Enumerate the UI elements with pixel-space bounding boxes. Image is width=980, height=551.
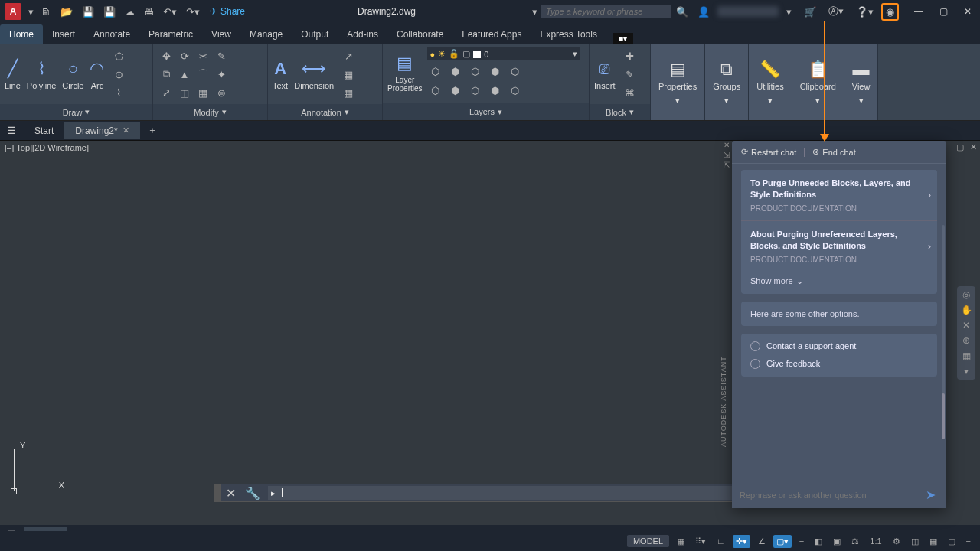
assistant-input[interactable] bbox=[740, 491, 923, 500]
tab-insert[interactable]: Insert bbox=[43, 24, 84, 44]
rotate-icon[interactable]: ⟳ bbox=[176, 47, 193, 64]
undo-icon[interactable]: ↶▾ bbox=[159, 4, 181, 20]
panel-block-title[interactable]: Block▾ bbox=[590, 104, 650, 120]
tool-arc[interactable]: ◠Arc bbox=[90, 59, 104, 90]
viewport-controls[interactable]: [–][Top][2D Wireframe] bbox=[5, 143, 89, 152]
command-line[interactable]: ✕ 🔧 ▸_ bbox=[214, 484, 766, 502]
offset-icon[interactable]: ⊜ bbox=[213, 84, 230, 101]
layer-tool-2-icon[interactable]: ⬢ bbox=[447, 82, 464, 99]
showmotion-icon[interactable]: ▦ bbox=[962, 350, 971, 361]
panel-view[interactable]: ▬View▾ bbox=[844, 44, 879, 120]
palette-close-icon[interactable]: ✕ bbox=[721, 141, 732, 149]
option-contact-support[interactable]: Contact a support agent bbox=[750, 341, 928, 351]
layer-state-5-icon[interactable]: ⬡ bbox=[507, 63, 524, 80]
annoscale-icon[interactable]: ⚖ bbox=[848, 535, 862, 548]
result-item[interactable]: To Purge Unneeded Blocks, Layers, and St… bbox=[741, 170, 937, 221]
gear-icon[interactable]: ⚙ bbox=[890, 535, 903, 548]
assistant-icon[interactable]: ◉ bbox=[881, 3, 899, 21]
tool-circle[interactable]: ○Circle bbox=[62, 59, 83, 90]
filetab-start[interactable]: Start bbox=[24, 122, 64, 139]
cmdline-close-icon[interactable]: ✕ bbox=[221, 486, 240, 500]
panel-utilities[interactable]: 📏Utilities▾ bbox=[749, 44, 792, 120]
polar-icon[interactable]: ✛▾ bbox=[733, 535, 750, 548]
redo-icon[interactable]: ↷▾ bbox=[182, 4, 204, 20]
layer-state-4-icon[interactable]: ⬢ bbox=[487, 63, 504, 80]
tool-layer-properties[interactable]: ▤LayerProperties bbox=[387, 54, 423, 93]
stretch-icon[interactable]: ⤢ bbox=[158, 84, 175, 101]
plot-icon[interactable]: 🖶 bbox=[140, 4, 158, 20]
table-icon[interactable]: ▦ bbox=[340, 66, 357, 83]
tab-annotate[interactable]: Annotate bbox=[84, 24, 139, 44]
account-dropdown-icon[interactable]: ▾ bbox=[782, 4, 796, 20]
new-icon[interactable]: 🗎 bbox=[38, 4, 55, 20]
tab-manage[interactable]: Manage bbox=[240, 24, 292, 44]
snap-mode-icon[interactable]: ⠿▾ bbox=[692, 535, 709, 548]
ribbon-visibility-icon[interactable]: ■▾ bbox=[612, 33, 633, 44]
search-input[interactable] bbox=[541, 5, 671, 18]
web-save-icon[interactable]: ☁ bbox=[121, 4, 139, 20]
scrollbar-thumb[interactable] bbox=[942, 393, 945, 439]
layer-state-1-icon[interactable]: ⬡ bbox=[427, 63, 444, 80]
option-give-feedback[interactable]: Give feedback bbox=[750, 359, 928, 369]
panel-draw-title[interactable]: Draw▾ bbox=[0, 104, 152, 120]
open-icon[interactable]: 📂 bbox=[57, 4, 77, 20]
layer-tool-5-icon[interactable]: ⬡ bbox=[507, 82, 524, 99]
transparency-icon[interactable]: ◧ bbox=[812, 535, 825, 548]
cmdline-handle-icon[interactable] bbox=[215, 484, 221, 501]
layer-tool-4-icon[interactable]: ⬢ bbox=[487, 82, 504, 99]
tab-express-tools[interactable]: Express Tools bbox=[531, 24, 606, 44]
panel-properties[interactable]: ▤Properties▾ bbox=[651, 44, 705, 120]
isodraft-icon[interactable]: ∠ bbox=[755, 535, 769, 548]
tab-view[interactable]: View bbox=[202, 24, 240, 44]
result-item[interactable]: About Purging Unreferenced Layers, Block… bbox=[741, 221, 937, 272]
new-tab-icon[interactable]: ＋ bbox=[140, 121, 165, 140]
share-button[interactable]: ✈ Share bbox=[210, 6, 245, 17]
layer-tool-1-icon[interactable]: ⬡ bbox=[427, 82, 444, 99]
annot-more-icon[interactable]: ▦ bbox=[340, 84, 357, 101]
tab-home[interactable]: Home bbox=[0, 24, 43, 44]
assistant-maximize-icon[interactable]: ▢ bbox=[955, 141, 965, 154]
block-create-icon[interactable]: ✚ bbox=[622, 47, 639, 64]
draw-more-3-icon[interactable]: ⌇ bbox=[110, 84, 127, 101]
array-icon[interactable]: ▦ bbox=[194, 84, 211, 101]
customize-status-icon[interactable]: ≡ bbox=[963, 535, 974, 547]
filetab-drawing[interactable]: Drawing2* ✕ bbox=[64, 122, 139, 139]
compass-icon[interactable]: ◎ bbox=[962, 289, 970, 300]
end-chat-button[interactable]: ⊗ End chat bbox=[812, 147, 855, 157]
filetab-close-icon[interactable]: ✕ bbox=[122, 126, 129, 135]
save-icon[interactable]: 💾 bbox=[78, 4, 98, 20]
layer-tool-3-icon[interactable]: ⬡ bbox=[467, 82, 484, 99]
tool-line[interactable]: ╱Line bbox=[5, 59, 21, 90]
block-edit-icon[interactable]: ✎ bbox=[622, 66, 639, 83]
tool-text[interactable]: AText bbox=[273, 59, 288, 90]
palette-pin-icon[interactable]: ⇲ bbox=[721, 151, 732, 159]
panel-layers-title[interactable]: Layers▾ bbox=[383, 103, 589, 120]
draw-more-2-icon[interactable]: ⊙ bbox=[110, 66, 127, 83]
zoom-extents-icon[interactable]: ✕ bbox=[962, 320, 970, 331]
draw-more-1-icon[interactable]: ⬠ bbox=[110, 47, 127, 64]
erase-icon[interactable]: ✎ bbox=[213, 47, 230, 64]
block-attr-icon[interactable]: ⌘ bbox=[622, 84, 639, 101]
close-icon[interactable]: ✕ bbox=[956, 0, 980, 23]
lineweight-icon[interactable]: ≡ bbox=[796, 535, 807, 547]
tab-output[interactable]: Output bbox=[292, 24, 338, 44]
send-icon[interactable]: ➤ bbox=[923, 487, 939, 502]
palette-dock-icon[interactable]: ⇱ bbox=[721, 161, 732, 169]
modelspace-badge[interactable]: MODEL bbox=[627, 535, 669, 547]
ortho-icon[interactable]: ∟ bbox=[714, 535, 728, 547]
tool-dimension[interactable]: ⟷Dimension bbox=[294, 59, 334, 90]
tool-insert-block[interactable]: ⎚Insert bbox=[594, 59, 616, 90]
search-icon[interactable]: 🔍 bbox=[671, 4, 693, 20]
layer-state-2-icon[interactable]: ⬢ bbox=[447, 63, 464, 80]
leader-icon[interactable]: ↗ bbox=[340, 47, 357, 64]
app-menu-dropdown-icon[interactable]: ▾ bbox=[24, 4, 38, 20]
search-dropdown-icon[interactable]: ▾ bbox=[528, 4, 541, 20]
app-store-icon[interactable]: Ⓐ▾ bbox=[824, 2, 848, 21]
tab-parametric[interactable]: Parametric bbox=[139, 24, 202, 44]
tab-featured-apps[interactable]: Featured Apps bbox=[452, 24, 531, 44]
tab-collaborate[interactable]: Collaborate bbox=[387, 24, 452, 44]
account-icon[interactable]: 👤 bbox=[693, 4, 714, 20]
app-icon[interactable]: A bbox=[5, 3, 21, 20]
move-icon[interactable]: ✥ bbox=[158, 47, 175, 64]
maximize-icon[interactable]: ▢ bbox=[931, 0, 956, 23]
